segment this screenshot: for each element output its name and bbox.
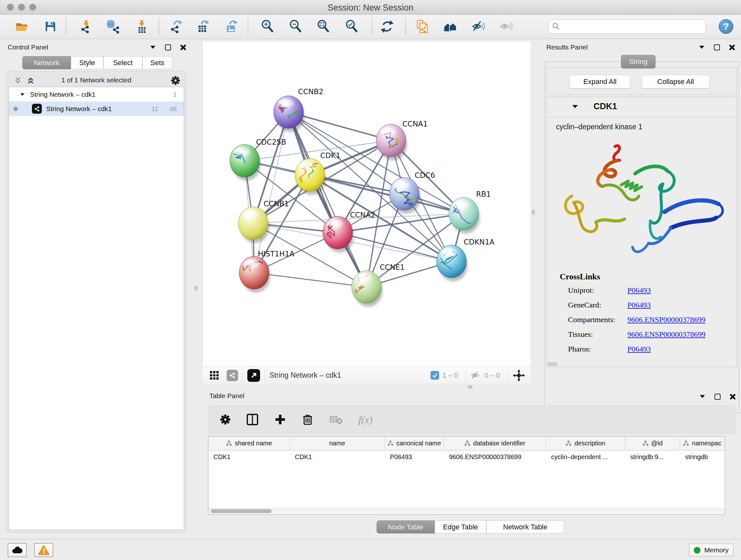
crosslink-link[interactable]: P06493 <box>627 345 651 360</box>
crosslink-link[interactable]: P06493 <box>627 301 651 315</box>
selected-checkbox-icon[interactable] <box>430 371 439 380</box>
zoom-in-icon[interactable] <box>260 19 275 34</box>
panel-close-icon[interactable] <box>730 393 736 400</box>
node-RB1[interactable] <box>449 197 480 233</box>
show-columns-icon[interactable] <box>246 413 259 426</box>
crosslink-link[interactable]: 9606.ENSP00000378699 <box>627 330 705 345</box>
add-column-icon[interactable] <box>274 414 286 426</box>
column-header-name[interactable]: name <box>290 436 385 450</box>
grid-view-icon[interactable] <box>209 370 219 381</box>
table-cell[interactable]: 9606.ENSP00000378699 <box>444 450 546 463</box>
node-CDKN1A[interactable] <box>436 245 468 281</box>
search-input[interactable] <box>560 22 697 30</box>
hide-selected-icon[interactable] <box>471 19 486 34</box>
tab-sets[interactable]: Sets <box>142 56 172 69</box>
import-network-file-icon[interactable] <box>79 19 93 34</box>
delete-column-icon[interactable] <box>301 414 314 426</box>
node-result-entry: CDK1 cyclin–dependent kinase 1 <box>547 97 737 367</box>
crosslink-link[interactable]: 9606.ENSP00000378699 <box>627 315 705 330</box>
right-splitter-handle[interactable] <box>532 210 535 215</box>
table-cell[interactable]: cyclin–dependent ... <box>546 450 625 463</box>
table-cell[interactable]: stringdb <box>680 450 724 463</box>
tab-network[interactable]: Network <box>22 56 71 69</box>
tab-edge-table[interactable]: Edge Table <box>434 520 486 534</box>
tree-expander-icon[interactable] <box>20 93 24 96</box>
open-session-icon[interactable] <box>14 19 29 34</box>
edge-HIST1H1A-CCNE1[interactable] <box>254 273 366 287</box>
table-options-gear-icon[interactable] <box>220 414 231 425</box>
fit-selected-crosshair-icon[interactable] <box>513 369 525 382</box>
panel-float-icon[interactable] <box>715 394 721 400</box>
node-CCNB1[interactable] <box>239 207 269 243</box>
panel-collapse-icon[interactable] <box>699 46 704 49</box>
node-HIST1H1A[interactable] <box>239 256 270 293</box>
table-row[interactable]: CDK1CDK1P064939606.ENSP00000378699cyclin… <box>208 450 725 463</box>
crosslink-link[interactable]: P06493 <box>627 286 651 301</box>
warnings-button[interactable] <box>34 543 53 557</box>
new-network-from-selection-icon[interactable] <box>414 19 429 34</box>
panel-collapse-icon[interactable] <box>150 46 155 49</box>
zoom-selected-icon[interactable] <box>344 19 359 34</box>
tab-network-table[interactable]: Network Table <box>486 520 564 534</box>
node-result-header[interactable]: CDK1 <box>547 97 737 118</box>
export-network-icon[interactable] <box>169 19 183 34</box>
expand-all-button[interactable]: Expand All <box>569 75 630 88</box>
import-network-database-icon[interactable] <box>106 19 120 34</box>
node-CCNA1[interactable] <box>376 124 407 160</box>
scrollbar-thumb[interactable] <box>211 509 272 513</box>
export-table-icon[interactable] <box>195 19 210 34</box>
bottom-splitter-handle[interactable] <box>468 385 473 388</box>
panel-float-icon[interactable] <box>165 44 171 51</box>
node-CDK1[interactable] <box>295 159 326 195</box>
export-image-icon[interactable] <box>224 19 239 34</box>
table-cell[interactable]: CDK1 <box>208 450 290 463</box>
node-CCNE1[interactable] <box>352 271 383 307</box>
column-header--id[interactable]: @id <box>625 436 680 450</box>
import-table-file-icon[interactable] <box>134 19 149 34</box>
column-header-shared-name[interactable]: shared name <box>208 436 290 450</box>
panel-collapse-icon[interactable] <box>700 395 705 398</box>
edge-CDK1-RB1[interactable] <box>310 175 464 213</box>
automation-cloud-button[interactable] <box>8 543 27 557</box>
panel-float-icon[interactable] <box>714 44 720 51</box>
node-CCNB2[interactable] <box>274 96 305 132</box>
refresh-view-icon[interactable] <box>380 19 394 34</box>
table-cell[interactable]: stringdb:9... <box>625 450 680 463</box>
tab-select[interactable]: Select <box>104 56 142 69</box>
horizontal-scrollbar[interactable] <box>208 508 725 514</box>
string-view-icon[interactable] <box>226 370 238 381</box>
collapse-all-button[interactable]: Collapse All <box>642 75 710 88</box>
entry-expander-icon[interactable] <box>572 105 578 108</box>
node-CCNA2[interactable] <box>323 216 354 252</box>
crosslink-row: Uniprot: P06493 <box>568 286 734 301</box>
help-icon[interactable]: ? <box>719 19 733 34</box>
node-CDC25B[interactable] <box>230 145 261 181</box>
column-header-canonical-name[interactable]: canonical name <box>385 436 444 450</box>
edge-CCNB2-HIST1H1A[interactable] <box>254 112 288 273</box>
network-canvas[interactable]: CCNB2CCNA1CDC25BCDK1CDC6RB1CCNB1CCNA2HIS… <box>202 42 530 367</box>
tab-style[interactable]: Style <box>71 56 104 69</box>
table-cell[interactable]: P06493 <box>385 450 444 463</box>
column-header-description[interactable]: description <box>546 436 625 450</box>
string-network-graph[interactable]: CCNB2CCNA1CDC25BCDK1CDC6RB1CCNB1CCNA2HIS… <box>203 42 530 367</box>
table-cell[interactable]: CDK1 <box>290 450 385 463</box>
panel-close-icon[interactable] <box>729 44 735 51</box>
memory-button[interactable]: Memory <box>689 544 733 557</box>
first-neighbors-icon[interactable] <box>443 19 458 34</box>
save-session-icon[interactable] <box>43 19 58 34</box>
edge-CCNB2-CCNE1[interactable] <box>288 112 366 287</box>
left-splitter-handle[interactable] <box>195 286 198 291</box>
results-scrollbar[interactable] <box>548 362 557 366</box>
tab-node-table[interactable]: Node Table <box>377 520 434 534</box>
show-all-icon[interactable] <box>499 19 514 34</box>
zoom-fit-content-icon[interactable] <box>316 19 331 34</box>
column-header-namespac[interactable]: namespac <box>680 436 724 450</box>
network-row[interactable]: String Network – cdk1 11 48 <box>9 102 184 116</box>
options-gear-icon[interactable] <box>171 76 180 85</box>
birds-eye-view-icon[interactable] <box>247 369 260 382</box>
panel-close-icon[interactable] <box>180 44 186 51</box>
column-header-database-identifier[interactable]: database identifier <box>444 436 546 450</box>
zoom-out-icon[interactable] <box>288 19 303 34</box>
tab-string[interactable]: String <box>621 55 656 68</box>
network-collection-row[interactable]: String Network – cdk1 1 <box>9 87 184 102</box>
